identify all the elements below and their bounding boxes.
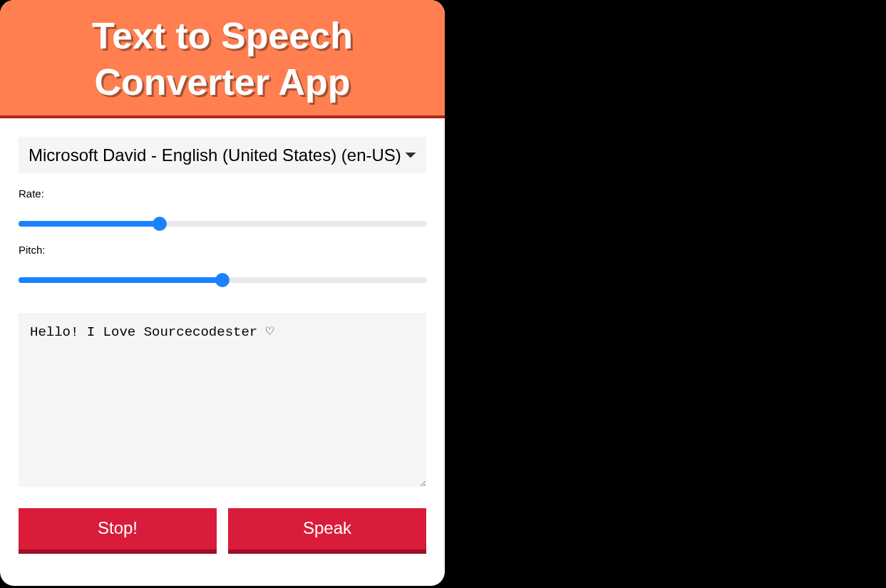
rate-label: Rate: <box>19 187 426 200</box>
speak-button[interactable]: Speak <box>228 508 426 554</box>
app-content: Microsoft David - English (United States… <box>0 118 445 571</box>
button-row: Stop! Speak <box>19 508 426 554</box>
pitch-label: Pitch: <box>19 244 426 256</box>
rate-slider[interactable] <box>19 221 426 227</box>
app-header: Text to Speech Converter App <box>0 0 445 118</box>
app-title: Text to Speech Converter App <box>7 13 438 105</box>
rate-group: Rate: <box>19 187 426 229</box>
stop-button[interactable]: Stop! <box>19 508 217 554</box>
app-card: Text to Speech Converter App Microsoft D… <box>0 0 445 586</box>
pitch-slider[interactable] <box>19 277 426 283</box>
pitch-group: Pitch: <box>19 244 426 286</box>
text-input[interactable]: Hello! I Love Sourcecodester ♡ <box>19 313 426 487</box>
voice-select[interactable]: Microsoft David - English (United States… <box>19 137 426 173</box>
